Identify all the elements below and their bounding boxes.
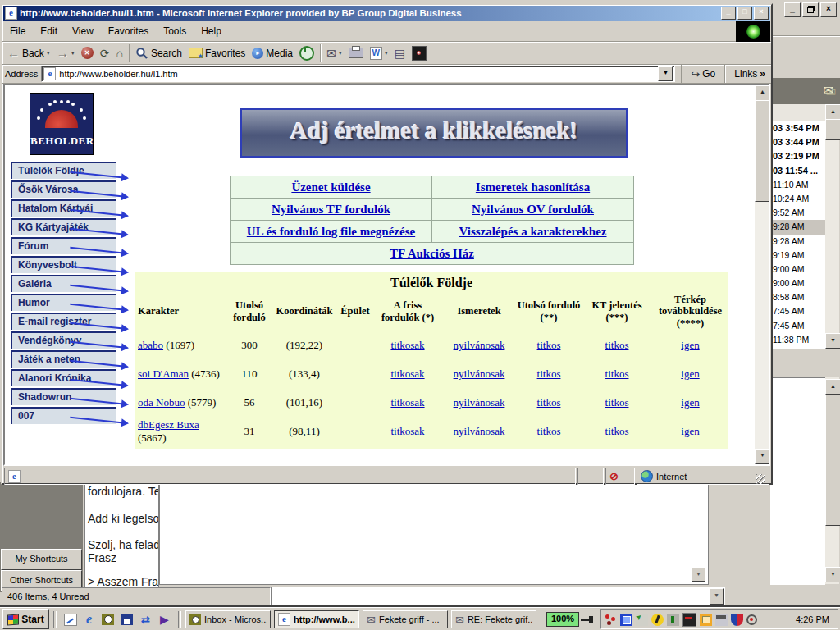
task-message-2[interactable]: ✉ RE: Fekete grif... <box>451 610 536 628</box>
character-link[interactable]: dbEgesz Buxa <box>138 418 199 431</box>
link-tf-aukcios-haz[interactable]: TF Aukciós Ház <box>390 247 474 260</box>
browser-scrollbar[interactable]: ▲ ▼ <box>755 85 769 464</box>
scroll-up-button[interactable]: ▲ <box>825 104 840 120</box>
dropdown-button[interactable]: ▼ <box>710 588 724 605</box>
menu-view[interactable]: View <box>65 25 101 37</box>
sidebar-item-vendegkonyv[interactable]: Vendégkönyv <box>11 331 116 349</box>
address-input[interactable]: e http://www.beholder.hu/l1.htm ▼ <box>41 66 675 82</box>
favorites-button[interactable]: Favorites <box>185 43 249 63</box>
sidebar-item-humor[interactable]: Humor <box>11 294 116 311</box>
resize-grip[interactable] <box>756 474 765 484</box>
menu-help[interactable]: Help <box>194 25 229 37</box>
show-desktop-icon[interactable] <box>63 613 77 627</box>
outlook-pane-scrollbar[interactable]: ▲ ▼ <box>825 377 839 584</box>
sidebar-item-galeria[interactable]: Galéria <box>11 275 116 292</box>
updates-tray-icon[interactable] <box>667 614 679 626</box>
list-item[interactable]: 8:58 AM <box>771 290 825 304</box>
list-item[interactable]: 03 3:54 PM <box>771 121 825 135</box>
task-inbox[interactable]: Inbox - Micros... <box>185 610 271 628</box>
fresh-link[interactable]: titkosak <box>390 425 424 437</box>
outlook-list-scrollbar[interactable]: ▲ ▼ <box>825 104 839 349</box>
ie-minimize-button[interactable]: _ <box>721 7 736 20</box>
link-ismeretek-hasonlitasa[interactable]: Ismeretek hasonlítása <box>476 180 590 194</box>
scroll-down-button[interactable]: ▼ <box>755 449 770 464</box>
list-item[interactable]: 03 2:19 PM <box>771 149 825 163</box>
forward-button[interactable]: → ▾ <box>53 43 78 63</box>
chevron-down-icon[interactable]: ▾ <box>47 49 50 57</box>
list-item[interactable]: 9:00 AM <box>771 276 825 290</box>
battery-meter[interactable]: 100% <box>546 612 579 627</box>
map-link[interactable]: igen <box>681 368 699 380</box>
history-button[interactable] <box>296 43 317 63</box>
link-ul-log-file[interactable]: UL és forduló log file megnézése <box>247 225 415 238</box>
list-item[interactable]: 9:19 AM <box>771 249 825 262</box>
outlook-bottom-field[interactable]: ▼ <box>271 587 725 606</box>
scroll-up-button[interactable]: ▲ <box>755 85 770 101</box>
outlook-restore-button[interactable] <box>802 2 819 17</box>
antivirus-tray-icon[interactable] <box>731 614 743 626</box>
link-uzenet-kuldese[interactable]: Üzenet küldése <box>291 180 370 194</box>
task-ie-active[interactable]: e http://www.b... <box>274 610 359 628</box>
knowledge-link[interactable]: nyilvánosak <box>454 425 505 437</box>
fresh-link[interactable]: titkosak <box>390 339 424 351</box>
list-item-selected[interactable]: 9:28 AM <box>771 220 825 234</box>
scroll-down-button[interactable]: ▼ <box>825 567 840 582</box>
outlook-minimize-button[interactable]: _ <box>784 2 801 17</box>
home-button[interactable]: ⌂ <box>112 43 126 63</box>
map-link[interactable]: igen <box>681 425 699 437</box>
search-tray-icon[interactable] <box>746 614 757 625</box>
media-button[interactable]: ▸ Media <box>249 43 296 63</box>
menu-edit[interactable]: Edit <box>33 25 65 37</box>
launch-outlook-icon[interactable] <box>101 613 115 627</box>
lastturn-link[interactable]: titkos <box>537 339 561 351</box>
edit-button[interactable]: W ▾ <box>367 43 391 63</box>
sidebar-item-jatek-a-neten[interactable]: Játék a neten <box>11 350 116 368</box>
list-item[interactable]: 10:24 AM <box>771 192 825 206</box>
sidebar-item-osok-varosa[interactable]: Ősök Városa <box>11 180 116 198</box>
search-button[interactable]: Search <box>132 43 185 63</box>
stop-button[interactable]: ✕ <box>78 43 97 63</box>
lastturn-link[interactable]: titkos <box>537 368 561 380</box>
refresh-button[interactable]: ⟳ <box>97 43 113 63</box>
banner-ad[interactable]: Adj értelmet a klikkelésnek! <box>240 108 628 158</box>
messenger-tray-icon[interactable] <box>651 614 664 626</box>
knowledge-link[interactable]: nyilvánosak <box>454 368 505 380</box>
character-link[interactable]: soi D'Aman <box>138 368 189 380</box>
scroll-down-button[interactable]: ▼ <box>692 568 705 582</box>
beholder-logo[interactable]: BEHOLDER <box>30 93 94 155</box>
menu-favorites[interactable]: Favorites <box>101 25 156 37</box>
chevron-down-icon[interactable]: ▾ <box>385 49 388 57</box>
links-button[interactable]: Links » <box>731 64 769 84</box>
privacy-report-icon[interactable]: ⊘ <box>609 470 619 482</box>
link-visszalepes[interactable]: Visszalépés a karakterekhez <box>459 225 607 238</box>
outlook-list-header[interactable] <box>771 104 825 122</box>
link-nyilvanos-ov-fordulok[interactable]: Nyilvános OV fordulók <box>472 203 594 216</box>
list-item[interactable]: 03 3:44 PM <box>771 135 825 149</box>
go-button[interactable]: ↪ Go <box>687 64 719 84</box>
kt-link[interactable]: titkos <box>605 425 629 437</box>
sidebar-item-konyvesbolt[interactable]: Könyvesbolt <box>11 256 116 273</box>
scroll-down-button[interactable]: ▼ <box>825 333 840 349</box>
scroll-thumb[interactable] <box>755 100 770 202</box>
discuss-button[interactable]: ▤ <box>391 43 409 63</box>
launch-media-player-icon[interactable]: ▶ <box>158 613 171 627</box>
character-link[interactable]: ababo <box>138 339 163 351</box>
scroll-thumb[interactable] <box>825 395 840 526</box>
kt-link[interactable]: titkos <box>605 368 629 380</box>
printer-tray-icon[interactable] <box>715 614 728 626</box>
sidebar-item-email-regiszter[interactable]: E-mail regiszter <box>11 313 116 330</box>
list-item[interactable]: 7:45 AM <box>771 319 825 333</box>
network-tray-icon[interactable] <box>605 614 617 626</box>
lastturn-link[interactable]: titkos <box>537 396 561 409</box>
folder-tray-icon[interactable] <box>700 614 712 626</box>
launch-ie-icon[interactable]: e <box>82 613 96 627</box>
task-message-1[interactable]: ✉ Fekete griff - ... <box>363 610 448 628</box>
sidebar-item-hatalom-kartyai[interactable]: Hatalom Kártyái <box>11 199 116 217</box>
chevron-down-icon[interactable]: ▾ <box>71 49 75 57</box>
menu-tools[interactable]: Tools <box>156 25 194 37</box>
sync-tray-icon[interactable] <box>636 614 648 626</box>
lastturn-link[interactable]: titkos <box>537 425 561 437</box>
taskbar-clock[interactable]: 4:26 PM <box>796 614 834 624</box>
list-item[interactable]: 9:00 AM <box>771 262 825 276</box>
display-tray-icon[interactable] <box>620 614 632 626</box>
